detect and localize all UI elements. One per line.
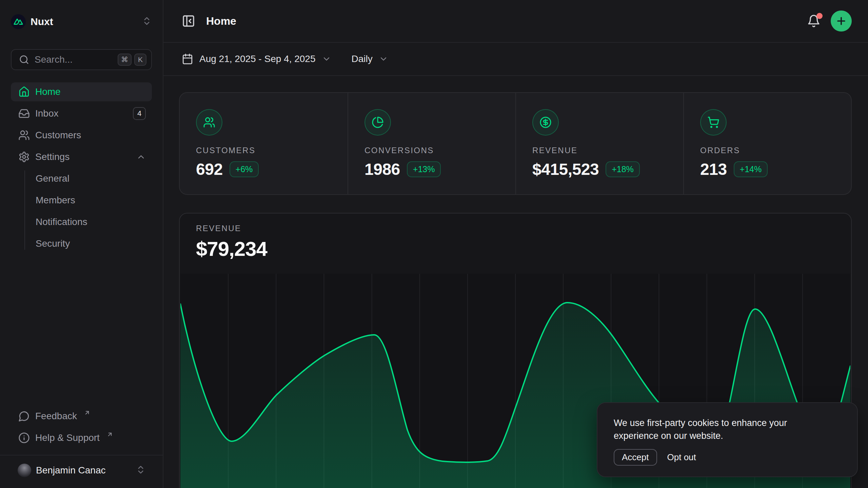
stat-delta-badge: +13% (407, 161, 441, 177)
settings-sub-list: General Members Notifications Security (24, 169, 152, 253)
stat-value: 692 (196, 160, 223, 179)
sidebar-item-home[interactable]: Home (11, 82, 152, 101)
circle-dollar-icon (532, 109, 559, 136)
stat-delta-badge: +6% (230, 161, 259, 177)
stat-card-orders[interactable]: ORDERS 213 +14% (683, 93, 851, 195)
home-icon (18, 86, 30, 98)
chevrons-up-down-icon (142, 16, 152, 27)
inbox-icon (18, 108, 30, 119)
sidebar-footer-links: Feedback Help & Support (11, 407, 152, 450)
gear-icon (18, 151, 30, 163)
stat-label: CUSTOMERS (196, 146, 331, 155)
users-icon (18, 129, 30, 141)
revenue-chart-value: $79,234 (196, 237, 835, 261)
sidebar-item-customers[interactable]: Customers (11, 126, 152, 145)
help-support-label: Help & Support (35, 432, 100, 443)
user-section: Benjamin Canac (0, 455, 163, 481)
feedback-label: Feedback (35, 411, 77, 422)
stat-label: CONVERSIONS (364, 146, 499, 155)
kbd-cmd: ⌘ (118, 54, 132, 66)
cookie-message: We use first-party cookies to enhance yo… (614, 416, 834, 442)
user-avatar (18, 464, 31, 477)
sidebar-item-label: Settings (35, 151, 70, 162)
sidebar-item-label: Inbox (35, 108, 59, 119)
stat-label: ORDERS (700, 146, 835, 155)
sidebar-nav: Home Inbox 4 Customers Settings (11, 82, 152, 256)
stat-card-revenue[interactable]: REVENUE $415,523 +18% (515, 93, 683, 195)
stat-card-conversions[interactable]: CONVERSIONS 1986 +13% (348, 93, 515, 195)
create-new-button[interactable] (831, 11, 852, 32)
sidebar-item-members[interactable]: Members (24, 191, 152, 210)
cookie-banner: We use first-party cookies to enhance yo… (597, 402, 858, 477)
info-icon (18, 432, 30, 444)
inbox-unread-badge: 4 (133, 107, 146, 120)
dashboard-app: Nuxt Search... ⌘ K Home (0, 0, 868, 488)
accept-button[interactable]: Accept (614, 449, 657, 466)
date-range-value: Aug 21, 2025 - Sep 4, 2025 (199, 54, 316, 64)
collapse-sidebar-button[interactable] (182, 14, 195, 28)
sidebar: Nuxt Search... ⌘ K Home (0, 0, 163, 488)
help-support-link[interactable]: Help & Support (11, 428, 152, 447)
sidebar-item-general[interactable]: General (24, 169, 152, 188)
stat-delta-badge: +14% (734, 161, 768, 177)
sidebar-item-settings[interactable]: Settings (11, 147, 152, 166)
chevron-down-icon (379, 54, 388, 64)
shopping-cart-icon (700, 109, 727, 136)
sub-list-guide-line (24, 170, 25, 250)
user-name: Benjamin Canac (36, 465, 105, 476)
stats-cards: CUSTOMERS 692 +6% CONVERSIONS 1986 +13% (179, 92, 852, 195)
period-select[interactable]: Daily (352, 54, 388, 64)
workspace-name: Nuxt (31, 16, 53, 27)
stat-value: $415,523 (532, 160, 599, 179)
stat-label: REVENUE (532, 146, 667, 155)
search-input[interactable]: Search... ⌘ K (11, 49, 152, 70)
external-link-icon (84, 409, 91, 416)
search-icon (19, 55, 29, 65)
external-link-icon (106, 431, 113, 438)
header-actions (807, 11, 852, 32)
notifications-button[interactable] (807, 14, 821, 28)
pie-chart-icon (364, 109, 391, 136)
plus-icon (835, 15, 847, 27)
users-icon (196, 109, 222, 136)
workspace-switcher[interactable]: Nuxt (11, 14, 152, 30)
revenue-chart-label: REVENUE (196, 224, 835, 233)
chevron-up-icon (136, 152, 146, 162)
calendar-icon (182, 53, 193, 65)
period-value: Daily (352, 54, 373, 64)
user-menu-button[interactable]: Benjamin Canac (11, 460, 152, 481)
opt-out-button[interactable]: Opt out (667, 452, 696, 463)
notification-dot (816, 13, 823, 19)
sidebar-item-notifications[interactable]: Notifications (24, 212, 152, 231)
kbd-k: K (134, 54, 146, 66)
stat-value: 213 (700, 160, 727, 179)
panel-left-close-icon (182, 14, 195, 28)
filters-toolbar: Aug 21, 2025 - Sep 4, 2025 Daily (163, 43, 868, 76)
sidebar-item-label: Home (35, 86, 61, 97)
chat-bubble-icon (18, 410, 30, 422)
chevron-down-icon (322, 54, 331, 64)
search-placeholder: Search... (35, 54, 112, 65)
stat-delta-badge: +18% (606, 161, 640, 177)
page-title: Home (206, 15, 236, 27)
sidebar-item-label: Customers (35, 130, 81, 141)
page-header: Home (163, 0, 868, 43)
search-shortcut: ⌘ K (118, 54, 146, 66)
date-range-picker[interactable]: Aug 21, 2025 - Sep 4, 2025 (182, 53, 331, 65)
feedback-link[interactable]: Feedback (11, 407, 152, 426)
chevrons-up-down-icon (136, 465, 146, 476)
sidebar-item-security[interactable]: Security (24, 234, 152, 253)
revenue-chart-header: REVENUE $79,234 (180, 214, 851, 261)
stat-value: 1986 (364, 160, 400, 179)
cookie-actions: Accept Opt out (614, 449, 841, 466)
stat-card-customers[interactable]: CUSTOMERS 692 +6% (180, 93, 348, 195)
nuxt-logo-icon (11, 14, 26, 29)
sidebar-item-inbox[interactable]: Inbox 4 (11, 104, 152, 123)
